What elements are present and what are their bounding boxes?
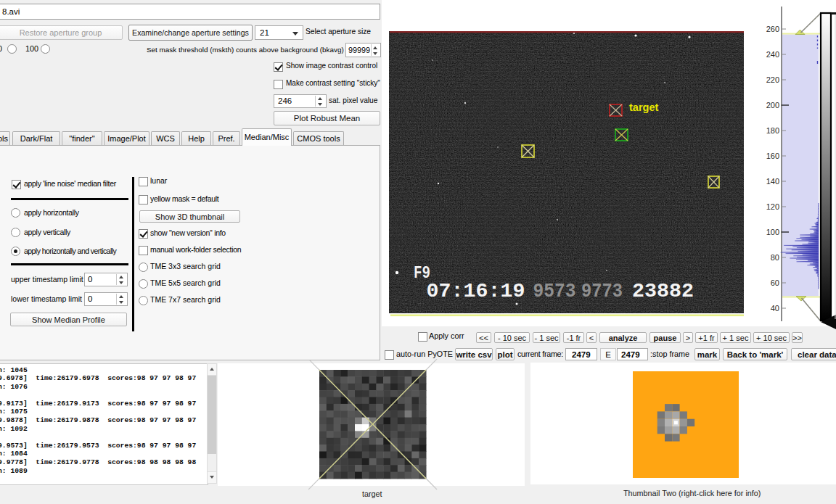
svg-text:9573: 9573 xyxy=(533,280,576,302)
svg-text:240: 240 xyxy=(766,50,779,59)
svg-text:160: 160 xyxy=(766,152,779,160)
svg-text:60: 60 xyxy=(771,278,779,287)
svg-text:target: target xyxy=(629,102,658,113)
svg-text:200: 200 xyxy=(766,101,779,110)
svg-text:140: 140 xyxy=(766,177,779,186)
svg-text:40: 40 xyxy=(771,304,779,313)
svg-text:80: 80 xyxy=(771,253,779,262)
svg-text:260: 260 xyxy=(766,25,779,33)
svg-text:07:16:19: 07:16:19 xyxy=(427,280,525,302)
svg-text:180: 180 xyxy=(766,126,779,135)
svg-text:100: 100 xyxy=(766,228,779,236)
svg-text:9773: 9773 xyxy=(581,280,623,302)
svg-text:220: 220 xyxy=(766,75,779,84)
svg-text:120: 120 xyxy=(766,202,779,211)
svg-text:23882: 23882 xyxy=(632,280,694,302)
